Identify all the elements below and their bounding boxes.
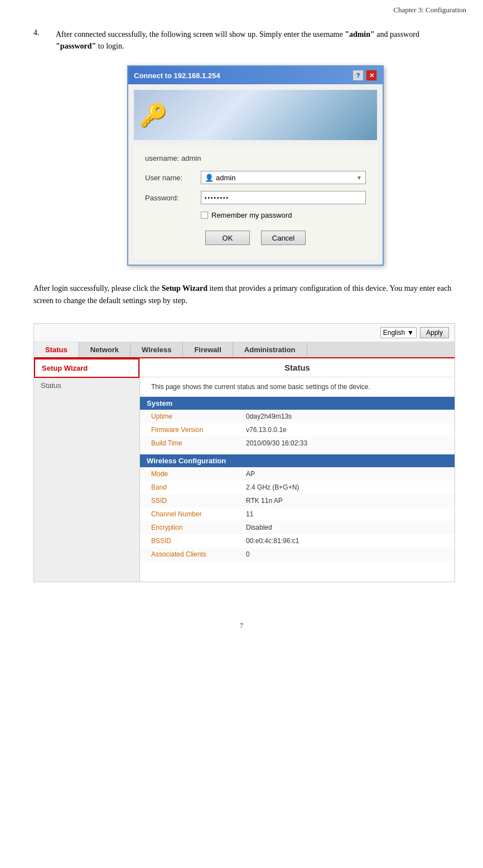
step-username-bold: "admin" <box>345 30 375 39</box>
step-password-bold: "password" <box>56 42 96 50</box>
dialog-action-row: OK Cancel <box>145 231 366 251</box>
band-label: Band <box>151 483 246 491</box>
step-text-after: to login. <box>96 42 124 50</box>
encryption-label: Encryption <box>151 524 246 531</box>
language-bar: English ▼ Apply <box>34 324 455 342</box>
mode-value: AP <box>246 470 255 478</box>
dropdown-arrow-icon[interactable]: ▼ <box>356 175 362 181</box>
chapter-header: Chapter 3: Configuration <box>0 0 483 17</box>
uptime-label: Uptime <box>151 413 246 420</box>
band-value: 2.4 GHz (B+G+N) <box>246 483 299 491</box>
sidebar-item-status[interactable]: Status <box>34 378 139 393</box>
dialog-help-button[interactable]: ? <box>352 70 364 81</box>
cancel-button[interactable]: Cancel <box>261 231 306 245</box>
table-row: Firmware Version v76.13.0.0.1e <box>140 423 455 437</box>
password-row: Password: •••••••• <box>145 191 366 204</box>
dialog-body: 🔑 username: admin User name: 👤 admin ▼ <box>128 84 383 265</box>
language-value: English <box>383 329 405 337</box>
step-text: After connected successfully, the follow… <box>56 28 455 52</box>
dialog-title-buttons: ? ✕ <box>352 70 377 81</box>
dialog-title-text: Connect to 192.168.1.254 <box>134 71 352 80</box>
wireless-section-header: Wireless Configuration <box>140 454 455 467</box>
key-icon: 🔑 <box>139 102 167 128</box>
remember-checkbox-row[interactable]: Remember my password <box>201 211 366 219</box>
table-row: Channel Number 11 <box>140 507 455 521</box>
step-number: 4. <box>33 28 56 52</box>
sidebar-item-setup-wizard[interactable]: Setup Wizard <box>34 358 139 378</box>
step-4-block: 4. After connected successfully, the fol… <box>33 28 455 52</box>
system-section-header: System <box>140 397 455 410</box>
tab-administration[interactable]: Administration <box>233 342 307 357</box>
apply-button[interactable]: Apply <box>420 327 449 338</box>
system-data-table: Uptime 0day2h49m13s Firmware Version v76… <box>140 410 455 450</box>
setup-wizard-bold: Setup Wizard <box>162 284 207 292</box>
username-input[interactable]: 👤 admin ▼ <box>201 171 366 184</box>
associated-value: 0 <box>246 550 250 558</box>
encryption-value: Disabled <box>246 524 272 531</box>
remember-label: Remember my password <box>211 211 292 219</box>
ssid-value: RTK 11n AP <box>246 497 283 505</box>
password-input[interactable]: •••••••• <box>201 191 366 204</box>
associated-label: Associated Clients <box>151 550 246 558</box>
table-row: BSSID 00:e0:4c:81:96:c1 <box>140 534 455 548</box>
dialog-close-button[interactable]: ✕ <box>366 70 377 81</box>
language-select[interactable]: English ▼ <box>380 327 417 338</box>
mode-label: Mode <box>151 470 246 478</box>
username-display: username: admin <box>145 154 366 162</box>
ssid-label: SSID <box>151 497 246 505</box>
table-row: Band 2.4 GHz (B+G+N) <box>140 481 455 494</box>
router-ui: English ▼ Apply Status Network Wireless … <box>33 323 455 582</box>
tab-status[interactable]: Status <box>34 342 79 357</box>
dialog-top-section: 🔑 <box>134 90 377 140</box>
dialog-titlebar: Connect to 192.168.1.254 ? ✕ <box>128 66 383 84</box>
channel-label: Channel Number <box>151 510 246 518</box>
bssid-value: 00:e0:4c:81:96:c1 <box>246 537 299 545</box>
wireless-data-table: Mode AP Band 2.4 GHz (B+G+N) SSID RTK 11… <box>140 467 455 561</box>
after-dialog-text-before: After login successfully, please click t… <box>33 284 162 292</box>
buildtime-label: Build Time <box>151 439 246 447</box>
table-row: Build Time 2010/09/30 16:02:33 <box>140 437 455 450</box>
firmware-label: Firmware Version <box>151 426 246 434</box>
main-panel: Status This page shows the current statu… <box>140 358 455 582</box>
step-text-before: After connected successfully, the follow… <box>56 30 345 39</box>
user-icon: 👤 <box>205 174 214 182</box>
username-label: User name: <box>145 174 201 182</box>
channel-value: 11 <box>246 510 253 518</box>
uptime-value: 0day2h49m13s <box>246 413 292 420</box>
table-row: Uptime 0day2h49m13s <box>140 410 455 423</box>
tab-network[interactable]: Network <box>79 342 131 357</box>
table-row: Encryption Disabled <box>140 521 455 534</box>
panel-description: This page shows the current status and s… <box>140 377 455 397</box>
table-row: SSID RTK 11n AP <box>140 494 455 507</box>
password-dots: •••••••• <box>205 195 229 201</box>
login-dialog-wrapper: Connect to 192.168.1.254 ? ✕ 🔑 username:… <box>56 65 455 266</box>
panel-title: Status <box>140 358 455 377</box>
chapter-title: Chapter 3: Configuration <box>393 6 466 14</box>
nav-tabs: Status Network Wireless Firewall Adminis… <box>34 342 455 358</box>
tab-wireless[interactable]: Wireless <box>131 342 183 357</box>
firmware-value: v76.13.0.0.1e <box>246 426 287 434</box>
step-text-middle: and password <box>375 30 419 39</box>
router-body: Setup Wizard Status Status This page sho… <box>34 358 455 582</box>
login-dialog: Connect to 192.168.1.254 ? ✕ 🔑 username:… <box>127 65 384 266</box>
username-row: User name: 👤 admin ▼ <box>145 171 366 184</box>
section-gap <box>140 450 455 454</box>
password-label: Password: <box>145 194 201 202</box>
ok-button[interactable]: OK <box>205 231 250 245</box>
remember-checkbox[interactable] <box>201 212 208 219</box>
username-value: admin <box>214 174 356 182</box>
sidebar: Setup Wizard Status <box>34 358 140 582</box>
table-row: Mode AP <box>140 467 455 481</box>
dialog-form-section: username: admin User name: 👤 admin ▼ Pas… <box>134 146 377 259</box>
tab-firewall[interactable]: Firewall <box>183 342 233 357</box>
lang-dropdown-icon[interactable]: ▼ <box>407 329 414 337</box>
page-number: 7 <box>0 605 483 636</box>
bssid-label: BSSID <box>151 537 246 545</box>
after-dialog-text: After login successfully, please click t… <box>33 282 455 308</box>
buildtime-value: 2010/09/30 16:02:33 <box>246 439 307 447</box>
table-row: Associated Clients 0 <box>140 548 455 561</box>
